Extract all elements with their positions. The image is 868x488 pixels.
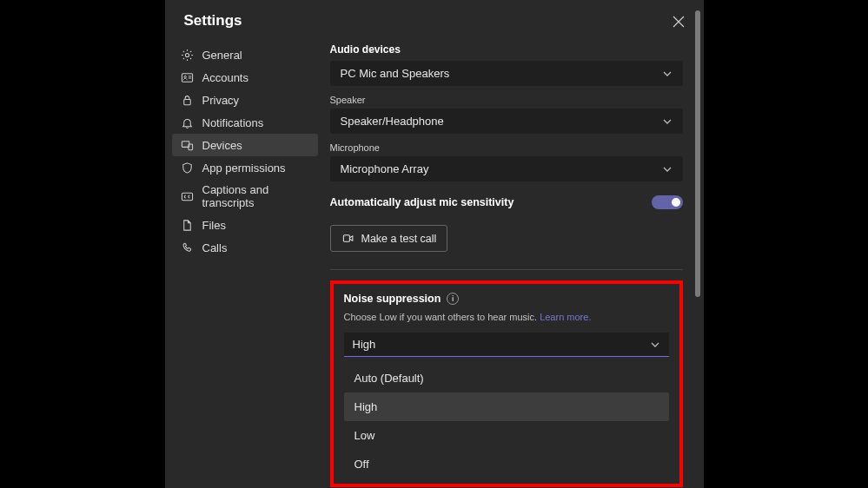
scrollbar[interactable] — [695, 10, 700, 297]
sidebar-item-label: Calls — [202, 241, 228, 254]
close-button[interactable] — [673, 16, 688, 31]
sidebar-item-notifications[interactable]: Notifications — [172, 111, 318, 134]
chevron-down-icon — [650, 340, 660, 350]
sidebar-item-label: Notifications — [202, 116, 264, 129]
microphone-select[interactable]: Microphone Array — [330, 156, 683, 181]
sidebar-item-privacy[interactable]: Privacy — [172, 89, 318, 111]
page-title: Settings — [165, 0, 704, 38]
sidebar-item-app-permissions[interactable]: App permissions — [172, 156, 318, 179]
chevron-down-icon — [662, 116, 673, 127]
shield-icon — [181, 161, 195, 175]
noise-suppression-title: Noise suppression — [344, 293, 441, 305]
auto-sensitivity-label: Automatically adjust mic sensitivity — [330, 196, 514, 208]
dropdown-option-auto[interactable]: Auto (Default) — [344, 364, 669, 392]
dropdown-option-high[interactable]: High — [344, 392, 669, 421]
svg-point-0 — [185, 53, 189, 56]
scrollbar-thumb[interactable] — [695, 10, 700, 297]
sidebar-item-accounts[interactable]: Accounts — [172, 66, 318, 89]
noise-suppression-description: Choose Low if you want others to hear mu… — [344, 312, 669, 322]
dropdown-option-off[interactable]: Off — [344, 450, 669, 478]
speaker-select[interactable]: Speaker/Headphone — [330, 109, 683, 134]
section-divider — [330, 269, 683, 270]
test-call-icon — [341, 232, 354, 245]
sidebar-item-label: Captions and transcripts — [202, 183, 311, 209]
audio-device-value: PC Mic and Speakers — [341, 67, 450, 80]
sidebar-item-label: Devices — [202, 139, 242, 152]
sidebar-item-label: Files — [202, 219, 226, 232]
svg-rect-6 — [182, 193, 192, 200]
sidebar-item-captions[interactable]: Captions and transcripts — [172, 179, 318, 214]
svg-rect-7 — [343, 235, 349, 242]
main-panel: Audio devices PC Mic and Speakers Speake… — [321, 38, 704, 488]
noise-suppression-section: Noise suppression i Choose Low if you wa… — [330, 280, 683, 487]
bell-icon — [181, 115, 195, 129]
gear-icon — [181, 48, 195, 62]
noise-suppression-value: High — [353, 338, 376, 351]
sidebar-item-label: Privacy — [202, 94, 240, 107]
file-icon — [181, 218, 195, 232]
sidebar-item-label: Accounts — [202, 71, 248, 84]
svg-point-8 — [344, 236, 345, 237]
sidebar-item-devices[interactable]: Devices — [172, 134, 318, 156]
noise-suppression-select[interactable]: High — [344, 333, 669, 357]
people-card-icon — [181, 70, 195, 84]
learn-more-link[interactable]: Learn more. — [540, 312, 591, 322]
sidebar-item-label: App permissions — [202, 162, 286, 175]
dropdown-option-low[interactable]: Low — [344, 421, 669, 450]
sidebar-item-calls[interactable]: Calls — [172, 236, 318, 259]
devices-icon — [181, 138, 195, 152]
audio-device-select[interactable]: PC Mic and Speakers — [330, 61, 683, 86]
cc-icon — [181, 189, 195, 203]
test-call-label: Make a test call — [361, 233, 437, 245]
phone-icon — [181, 241, 195, 254]
chevron-down-icon — [662, 69, 673, 79]
sidebar-item-files[interactable]: Files — [172, 214, 318, 236]
noise-suppression-dropdown: Auto (Default) High Low Off — [344, 364, 669, 478]
speaker-label: Speaker — [330, 95, 683, 105]
svg-point-2 — [184, 76, 186, 77]
svg-rect-3 — [184, 99, 191, 104]
make-test-call-button[interactable]: Make a test call — [330, 225, 448, 252]
lock-icon — [181, 93, 195, 107]
chevron-down-icon — [662, 164, 673, 175]
close-icon — [673, 16, 685, 28]
microphone-value: Microphone Array — [341, 162, 429, 175]
audio-devices-label: Audio devices — [330, 43, 683, 56]
info-icon[interactable]: i — [447, 293, 459, 305]
auto-sensitivity-toggle[interactable] — [652, 195, 683, 209]
sidebar-item-label: General — [202, 49, 242, 62]
speaker-value: Speaker/Headphone — [341, 115, 444, 128]
settings-sidebar: General Accounts Privacy Notifications D… — [169, 38, 321, 488]
sidebar-item-general[interactable]: General — [172, 43, 318, 66]
microphone-label: Microphone — [330, 142, 683, 153]
